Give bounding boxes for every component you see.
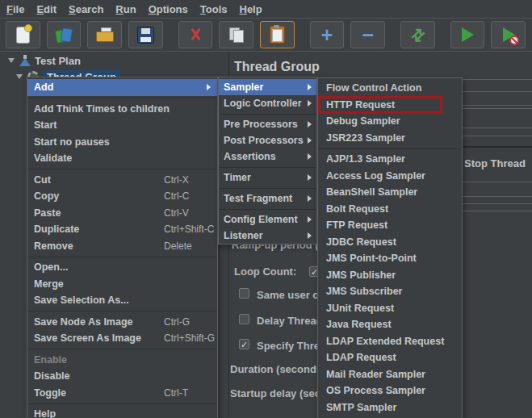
menu-item-shortcut: Ctrl+Shift-G	[164, 332, 211, 344]
duration-label: Duration (seconds)	[230, 363, 317, 375]
menu-item-paste[interactable]: Paste Ctrl-V	[27, 205, 217, 222]
menu-item-start-no-pauses[interactable]: Start no pauses	[27, 134, 217, 151]
menu-item-java-request[interactable]: Java Request	[318, 316, 462, 333]
menu-item-label: Start no pauses	[34, 136, 110, 148]
menu-item-jms-publisher[interactable]: JMS Publisher	[318, 267, 462, 284]
menu-item-listener[interactable]: Listener	[219, 228, 316, 244]
menu-search[interactable]: Search	[69, 3, 103, 15]
toolbar-templates-button[interactable]	[47, 21, 82, 48]
menu-item-ajp-1-3-sampler[interactable]: AJP/1.3 Sampler	[318, 151, 462, 168]
menu-item-label: JDBC Request	[326, 236, 396, 248]
menu-item-pre-processors[interactable]: Pre Processors	[219, 116, 316, 132]
menu-item-validate[interactable]: Validate	[27, 150, 217, 167]
menu-item-http-request[interactable]: HTTP Request	[318, 97, 462, 114]
menu-file[interactable]: File	[6, 3, 24, 15]
submenu-arrow-icon	[207, 84, 211, 90]
menu-item-label: Post Processors	[224, 135, 304, 146]
open-folder-icon	[96, 27, 114, 42]
menu-item-test-fragment[interactable]: Test Fragment	[219, 190, 316, 207]
menu-item-add-think-times-to-children[interactable]: Add Think Times to children	[27, 101, 217, 118]
menu-item-add[interactable]: Add	[27, 79, 217, 96]
same-user-checkbox[interactable]	[239, 288, 249, 299]
menu-item-access-log-sampler[interactable]: Access Log Sampler	[318, 168, 462, 185]
menu-item-enable[interactable]: Enable	[27, 352, 217, 369]
menu-item-open[interactable]: Open...	[27, 259, 217, 276]
infinite-checkbox[interactable]	[309, 266, 317, 277]
menu-tools[interactable]: Tools	[200, 3, 228, 15]
field-underline	[463, 211, 532, 211]
paste-clipboard-icon	[270, 26, 285, 44]
menu-item-assertions[interactable]: Assertions	[219, 148, 316, 165]
menu-item-sampler[interactable]: Sampler	[219, 79, 316, 95]
menu-item-toggle[interactable]: Toggle Ctrl-T	[27, 385, 217, 402]
menu-item-label: Cut	[34, 174, 51, 186]
toolbar-save-button[interactable]	[128, 21, 163, 48]
toolbar-new-button[interactable]	[6, 21, 40, 48]
menu-item-shortcut: Ctrl-C	[164, 190, 211, 202]
menu-item-config-element[interactable]: Config Element	[219, 211, 316, 228]
menu-item-timer[interactable]: Timer	[219, 169, 316, 186]
menu-item-jms-subscriber[interactable]: JMS Subscriber	[318, 283, 462, 300]
menu-item-help[interactable]: Help	[27, 406, 217, 418]
menu-item-label: Start	[34, 119, 57, 131]
menu-item-label: JSR223 Sampler	[326, 132, 405, 144]
menu-item-copy[interactable]: Copy Ctrl-C	[27, 188, 217, 205]
menu-item-merge[interactable]: Merge	[27, 276, 217, 293]
menu-run[interactable]: Run	[115, 3, 136, 15]
delay-thread-checkbox[interactable]	[239, 314, 249, 324]
tree-item-test-plan[interactable]: Test Plan	[0, 53, 228, 68]
toolbar-start-no-pauses-button[interactable]	[491, 21, 526, 48]
add-submenu: Sampler Logic Controller Pre Processors …	[218, 77, 317, 245]
menu-item-label: JMS Subscriber	[326, 286, 402, 297]
menu-item-jsr223-sampler[interactable]: JSR223 Sampler	[318, 130, 462, 147]
menu-item-jms-point-to-point[interactable]: JMS Point-to-Point	[318, 250, 462, 267]
menu-item-mail-reader-sampler[interactable]: Mail Reader Sampler	[318, 366, 462, 383]
menu-item-post-processors[interactable]: Post Processors	[219, 132, 316, 148]
menu-item-remove[interactable]: Remove Delete	[27, 238, 217, 255]
menu-item-duplicate[interactable]: Duplicate Ctrl+Shift-C	[27, 221, 217, 238]
toolbar-copy-button[interactable]	[219, 21, 253, 48]
toolbar-paste-button[interactable]	[260, 21, 295, 48]
toolbar-cut-button[interactable]	[178, 21, 213, 48]
menu-item-shortcut: Ctrl-X	[164, 174, 211, 186]
menu-item-save-selection-as[interactable]: Save Selection As...	[27, 292, 217, 309]
expand-arrow-icon[interactable]	[16, 74, 23, 79]
field-underline	[463, 79, 532, 80]
stop-thread-radio-label[interactable]: Stop Thread	[464, 157, 526, 169]
menu-item-cut[interactable]: Cut Ctrl-X	[27, 172, 217, 189]
menu-item-ldap-request[interactable]: LDAP Request	[318, 349, 462, 366]
specify-thread-checkbox[interactable]	[239, 339, 249, 349]
menu-item-save-node-as-image[interactable]: Save Node As Image Ctrl-G	[27, 314, 217, 331]
menu-item-label: OS Process Sampler	[326, 385, 425, 396]
menu-item-bolt-request[interactable]: Bolt Request	[318, 201, 462, 218]
menu-label: ools	[206, 3, 228, 15]
toolbar-add-button[interactable]	[310, 21, 345, 48]
menu-item-jdbc-request[interactable]: JDBC Request	[318, 234, 462, 251]
menu-help[interactable]: Help	[239, 3, 262, 15]
menu-item-label: Logic Controller	[224, 98, 302, 109]
menu-edit[interactable]: Edit	[36, 3, 57, 15]
menu-item-ftp-request[interactable]: FTP Request	[318, 217, 462, 234]
field-underline	[463, 108, 532, 109]
menu-item-smtp-sampler[interactable]: SMTP Sampler	[318, 399, 462, 416]
expand-arrow-icon[interactable]	[8, 58, 15, 63]
menu-options[interactable]: Options	[149, 3, 188, 15]
toolbar-toggle-button[interactable]	[400, 21, 435, 48]
menu-item-start[interactable]: Start	[27, 117, 217, 134]
toolbar-remove-button[interactable]	[350, 21, 385, 48]
menu-item-ldap-extended-request[interactable]: LDAP Extended Request	[318, 333, 462, 350]
menu-item-debug-sampler[interactable]: Debug Sampler	[318, 113, 462, 130]
menu-item-logic-controller[interactable]: Logic Controller	[219, 95, 316, 111]
menu-item-junit-request[interactable]: JUnit Request	[318, 300, 462, 317]
menu-item-label: JMS Point-to-Point	[326, 253, 417, 264]
menu-item-flow-control-action[interactable]: Flow Control Action	[318, 80, 462, 97]
test-plan-flask-icon	[19, 55, 31, 67]
menu-item-os-process-sampler[interactable]: OS Process Sampler	[318, 382, 462, 399]
toolbar-open-button[interactable]	[87, 21, 122, 48]
menu-item-label: HTTP Request	[326, 99, 395, 111]
menu-item-disable[interactable]: Disable	[27, 368, 217, 385]
minus-icon	[362, 27, 374, 43]
menu-item-save-screen-as-image[interactable]: Save Screen As Image Ctrl+Shift-G	[27, 330, 217, 347]
toolbar-start-button[interactable]	[450, 21, 485, 48]
menu-item-beanshell-sampler[interactable]: BeanShell Sampler	[318, 184, 462, 201]
